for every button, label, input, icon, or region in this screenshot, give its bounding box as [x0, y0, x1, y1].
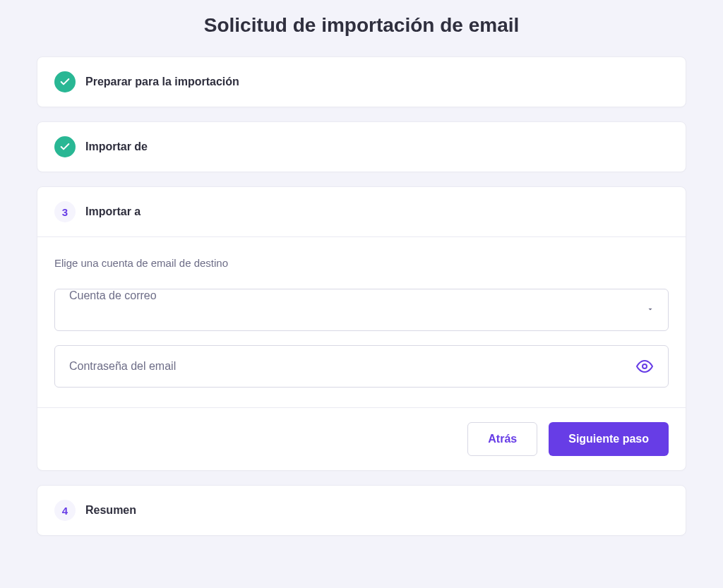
eye-icon[interactable] — [632, 354, 657, 379]
step-prepare: Preparar para la importación — [37, 56, 686, 107]
check-icon — [54, 71, 76, 92]
step-header-prepare[interactable]: Preparar para la importación — [37, 57, 686, 107]
step-header-import-to: 3 Importar a — [37, 187, 686, 236]
email-account-select[interactable]: Cuenta de correo — [54, 289, 669, 331]
step-description: Elige una cuenta de email de destino — [54, 257, 669, 269]
check-icon — [54, 136, 76, 157]
page-title: Solicitud de importación de email — [37, 14, 686, 37]
step-body-import-to: Elige una cuenta de email de destino Cue… — [37, 236, 686, 407]
svg-point-0 — [643, 364, 647, 368]
step-title-prepare: Preparar para la importación — [85, 76, 239, 88]
step-import-from: Importar de — [37, 121, 686, 172]
step-import-to: 3 Importar a Elige una cuenta de email d… — [37, 186, 686, 471]
step-number-icon: 4 — [54, 500, 76, 521]
step-number-icon: 3 — [54, 201, 76, 222]
back-button[interactable]: Atrás — [467, 422, 537, 456]
step-header-import-from[interactable]: Importar de — [37, 122, 686, 172]
step-title-summary: Resumen — [85, 504, 136, 517]
email-password-input[interactable] — [54, 345, 669, 388]
step-title-import-from: Importar de — [85, 140, 148, 153]
next-step-button[interactable]: Siguiente paso — [549, 422, 669, 456]
step-title-import-to: Importar a — [85, 205, 141, 218]
step-footer: Atrás Siguiente paso — [37, 407, 686, 470]
step-summary: 4 Resumen — [37, 485, 686, 536]
step-header-summary[interactable]: 4 Resumen — [37, 486, 686, 535]
